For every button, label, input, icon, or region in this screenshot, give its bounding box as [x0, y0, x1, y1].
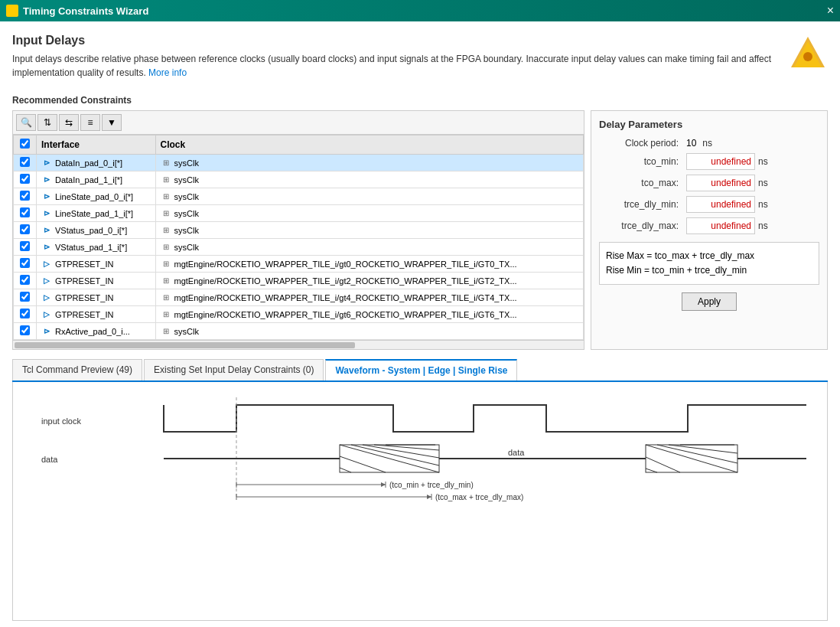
col-header-interface: Interface [37, 136, 156, 155]
trce-dly-max-input[interactable] [686, 217, 755, 234]
tco-max-label: tco_max: [599, 178, 683, 188]
clock-cell: ⊞sysClk [155, 171, 584, 188]
table-row[interactable]: ⊳DataIn_pad_0_i[*]⊞sysClk [14, 155, 584, 171]
trce-dly-min-input[interactable] [686, 196, 755, 213]
svg-line-11 [340, 456, 386, 472]
search-button[interactable]: 🔍 [16, 114, 36, 131]
table-row[interactable]: ▷GTPRESET_IN⊞mgtEngine/ROCKETIO_WRAPPER_… [14, 306, 584, 323]
clock-icon: ⊞ [161, 175, 171, 185]
clock-icon: ⊞ [161, 259, 171, 269]
interface-name: GTPRESET_IN [55, 260, 113, 269]
select-all-checkbox[interactable] [20, 139, 30, 149]
port-icon: ⊳ [41, 225, 52, 236]
filter-button[interactable]: ▼ [102, 114, 122, 131]
tab-waveform[interactable]: Waveform - System | Edge | Single Rise [325, 359, 517, 380]
clock-cell: ⊞mgtEngine/ROCKETIO_WRAPPER_TILE_i/gt6_R… [155, 306, 584, 323]
clock-name: mgtEngine/ROCKETIO_WRAPPER_TILE_i/gt6_RO… [174, 310, 517, 319]
clock-cell: ⊞sysClk [155, 188, 584, 205]
formula-box: Rise Max = tco_max + trce_dly_max Rise M… [599, 242, 819, 285]
collapse-button[interactable]: ⇆ [59, 114, 79, 131]
svg-text:data: data [508, 448, 525, 457]
row-checkbox[interactable] [20, 241, 30, 251]
clock-name: sysClk [174, 327, 199, 336]
delay-parameters-panel: Delay Parameters Clock period: 10 ns tco… [591, 110, 828, 350]
expand-button[interactable]: ⇅ [37, 114, 57, 131]
horizontal-scrollbar[interactable] [13, 340, 584, 349]
table-row[interactable]: ▷GTPRESET_IN⊞mgtEngine/ROCKETIO_WRAPPER_… [14, 273, 584, 289]
clock-name: sysClk [174, 158, 199, 168]
clock-period-label: Clock period: [599, 138, 683, 149]
row-checkbox[interactable] [20, 157, 30, 167]
constraints-table: Interface Clock ⊳DataIn_pad_0_i[*]⊞sysCl… [13, 135, 584, 340]
trce-dly-min-unit: ns [758, 199, 768, 210]
interface-cell: ⊳VStatus_pad_1_i[*] [37, 239, 156, 256]
table-row[interactable]: ⊳RxActive_pad_0_i...⊞sysClk [14, 323, 584, 340]
port-icon: ⊳ [41, 242, 52, 253]
table-row[interactable]: ⊳VStatus_pad_1_i[*]⊞sysClk [14, 239, 584, 256]
apply-button[interactable]: Apply [682, 292, 737, 311]
clock-icon: ⊞ [161, 191, 171, 202]
row-checkbox[interactable] [20, 258, 30, 268]
clock-name: mgtEngine/ROCKETIO_WRAPPER_TILE_i/gt4_RO… [174, 293, 517, 302]
port-icon: ⊳ [41, 208, 52, 219]
section-label: Recommended Constraints [12, 95, 828, 106]
close-button[interactable]: × [827, 4, 834, 18]
svg-text:(tco_max + trce_dly_max): (tco_max + trce_dly_max) [435, 493, 523, 501]
interface-cell: ▷GTPRESET_IN [37, 273, 156, 289]
svg-line-9 [374, 445, 439, 450]
interface-name: DataIn_pad_0_i[*] [55, 158, 122, 168]
clock-cell: ⊞sysClk [155, 205, 584, 222]
interface-name: RxActive_pad_0_i... [55, 327, 130, 336]
row-checkbox[interactable] [20, 275, 30, 285]
row-checkbox[interactable] [20, 174, 30, 184]
port-icon: ▷ [41, 259, 52, 269]
clock-period-value: 10 [686, 138, 699, 149]
row-checkbox[interactable] [20, 309, 30, 318]
formula-rise-max: Rise Max = tco_max + trce_dly_max [606, 249, 812, 263]
tab-existing[interactable]: Existing Set Input Delay Constraints (0) [144, 359, 324, 380]
interface-name: GTPRESET_IN [55, 310, 113, 319]
port-icon: ⊳ [41, 191, 52, 202]
row-checkbox[interactable] [20, 207, 30, 217]
clock-name: mgtEngine/ROCKETIO_WRAPPER_TILE_i/gt0_RO… [174, 260, 517, 269]
port-icon: ⊳ [41, 175, 52, 185]
table-row[interactable]: ⊳LineState_pad_0_i[*]⊞sysClk [14, 188, 584, 205]
svg-line-7 [351, 445, 439, 465]
interface-name: GTPRESET_IN [55, 276, 113, 286]
clock-period-unit: ns [702, 138, 712, 149]
more-info-link[interactable]: More info [148, 67, 187, 78]
interface-name: LineState_pad_1_i[*] [55, 209, 133, 218]
clock-name: sysClk [174, 226, 199, 235]
row-checkbox[interactable] [20, 292, 30, 302]
group-button[interactable]: ≡ [80, 114, 100, 131]
tco-min-input[interactable] [686, 153, 755, 170]
row-checkbox[interactable] [20, 325, 30, 335]
clock-icon: ⊞ [161, 158, 171, 168]
port-icon: ▷ [41, 276, 52, 286]
interface-cell: ▷GTPRESET_IN [37, 289, 156, 306]
interface-cell: ⊳DataIn_pad_1_i[*] [37, 171, 156, 188]
table-row[interactable]: ⊳VStatus_pad_0_i[*]⊞sysClk [14, 222, 584, 239]
interface-cell: ▷GTPRESET_IN [37, 256, 156, 273]
table-row[interactable]: ▷GTPRESET_IN⊞mgtEngine/ROCKETIO_WRAPPER_… [14, 289, 584, 306]
table-row[interactable]: ▷GTPRESET_IN⊞mgtEngine/ROCKETIO_WRAPPER_… [14, 256, 584, 273]
row-checkbox[interactable] [20, 191, 30, 201]
clock-cell: ⊞sysClk [155, 323, 584, 340]
page-description: Input delays describe relative phase bet… [12, 52, 788, 80]
tab-tcl[interactable]: Tcl Command Preview (49) [12, 359, 142, 380]
data-label: data [41, 455, 58, 464]
constraints-table-container: 🔍 ⇅ ⇆ ≡ ▼ Interface Clock ⊳DataI [12, 110, 584, 350]
interface-cell: ⊳LineState_pad_0_i[*] [37, 188, 156, 205]
trce-dly-max-unit: ns [758, 220, 768, 231]
tco-max-input[interactable] [686, 175, 755, 191]
row-checkbox[interactable] [20, 224, 30, 234]
table-wrapper[interactable]: Interface Clock ⊳DataIn_pad_0_i[*]⊞sysCl… [13, 135, 584, 340]
port-icon: ⊳ [41, 326, 52, 337]
svg-line-18 [669, 445, 737, 453]
trce-dly-max-label: trce_dly_max: [599, 220, 683, 231]
table-row[interactable]: ⊳LineState_pad_1_i[*]⊞sysClk [14, 205, 584, 222]
interface-name: LineState_pad_0_i[*] [55, 192, 133, 201]
port-icon: ▷ [41, 309, 52, 320]
table-row[interactable]: ⊳DataIn_pad_1_i[*]⊞sysClk [14, 171, 584, 188]
clock-icon: ⊞ [161, 208, 171, 219]
